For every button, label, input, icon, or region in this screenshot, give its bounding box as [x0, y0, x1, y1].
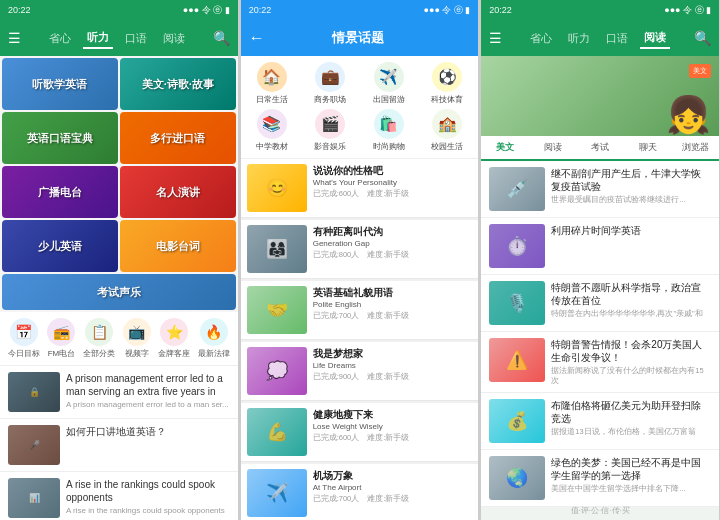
- tab3-reading[interactable]: 阅读: [640, 28, 670, 49]
- p3-news-item-5[interactable]: 🌏 绿色的美梦：美国已经不再是中国学生留学的第一选择 美国在中国学生留学选择中排…: [481, 450, 719, 507]
- topic-title-zh-3: 我是梦想家: [313, 347, 473, 361]
- topic-title-en-0: What's Your Personality: [313, 178, 473, 187]
- icon-latest[interactable]: 🔥 最新法律: [198, 318, 230, 359]
- completed-3: 已完成:900人: [313, 372, 360, 381]
- topic-title-en-2: Polite English: [313, 300, 473, 309]
- topic-tech-sports[interactable]: ⚽ 科技体育: [420, 62, 474, 105]
- topic-shopping[interactable]: 🛍️ 时尚购物: [362, 109, 416, 152]
- grid-card-prose-label: 美文·诗歌·故事: [140, 75, 216, 94]
- topic-entertainment[interactable]: 🎬 影音娱乐: [303, 109, 357, 152]
- briefcase-icon: 💼: [315, 62, 345, 92]
- p3-text-0: 继不副剖产用产生后，牛津大学恢复疫苗试验 世界最受瞩目的疫苗试验将继续进行...: [551, 167, 711, 211]
- p3-tab-exam[interactable]: 考试: [576, 136, 624, 161]
- news-text-2: A rise in the rankings could spook oppon…: [66, 478, 230, 518]
- p3-news-item-0[interactable]: 💉 继不副剖产用产生后，牛津大学恢复疫苗试验 世界最受瞩目的疫苗试验将继续进行.…: [481, 161, 719, 218]
- news-sub-0: A prison management error led to a man s…: [66, 400, 230, 409]
- topic-item-2[interactable]: 🤝 英语基础礼貌用语 Polite English 已完成:700人 难度:新手…: [241, 281, 479, 340]
- news-item-0[interactable]: 🔒 A prison management error led to a man…: [0, 366, 238, 419]
- status-bar-1: 20:22 ●●● 令 ⓔ ▮: [0, 0, 238, 20]
- p3-thumb-3: ⚠️: [489, 338, 545, 382]
- grid-card-exam[interactable]: 考试声乐: [2, 274, 236, 310]
- difficulty-1: 难度:新手级: [367, 250, 409, 259]
- panel-reading: 20:22 ●●● 令 ⓔ ▮ ☰ 省心 听力 口语 阅读 🔍 👧 美文 美文 …: [481, 0, 720, 520]
- topic-info-3: 我是梦想家 Life Dreams 已完成:900人 难度:新手级: [313, 347, 473, 395]
- topic-meta-4: 已完成:600人 难度:新手级: [313, 433, 473, 443]
- topic-title-zh-1: 有种距离叫代沟: [313, 225, 473, 239]
- news-item-1[interactable]: 🎤 如何开口讲地道英语？: [0, 419, 238, 472]
- tab-save[interactable]: 省心: [45, 29, 75, 48]
- topic-title-zh-2: 英语基础礼貌用语: [313, 286, 473, 300]
- p3-text-4: 布隆伯格将砸亿美元为助拜登扫除竞选 据报道13日说，布伦伯格，美国亿万富翁: [551, 399, 711, 443]
- p3-tab-chat[interactable]: 聊天: [624, 136, 672, 161]
- p3-sub-2: 特朗普在内出华华华华华华华,再次"亲戚"和: [551, 309, 711, 319]
- grid-card-radio[interactable]: 广播电台: [2, 166, 118, 218]
- tab3-save[interactable]: 省心: [526, 29, 556, 48]
- topic-item-0[interactable]: 😊 说说你的性格吧 What's Your Personality 已完成:60…: [241, 159, 479, 218]
- grid-card-kids[interactable]: 少儿英语: [2, 220, 118, 272]
- hero-badge: 美文: [689, 64, 711, 78]
- p3-title-1: 利用碎片时间学英语: [551, 224, 711, 237]
- topic-thumb-4: 💪: [247, 408, 307, 456]
- time-3: 20:22: [489, 5, 512, 15]
- icon-daily-goal[interactable]: 📅 今日目标: [8, 318, 40, 359]
- icon-fm-label: FM电台: [48, 348, 76, 359]
- search-icon-1[interactable]: 🔍: [213, 30, 230, 46]
- topic-info-5: 机场万象 At The Airport 已完成:700人 难度:新手级: [313, 469, 473, 517]
- p3-news-item-3[interactable]: ⚠️ 特朗普警告情报！会杀20万美国人生命引发争议！ 据法新闻称说了没有什么的时…: [481, 332, 719, 393]
- tab3-speaking[interactable]: 口语: [602, 29, 632, 48]
- topic-item-1[interactable]: 👨‍👩‍👧 有种距离叫代沟 Generation Gap 已完成:800人 难度…: [241, 220, 479, 279]
- radio-icon: 📻: [47, 318, 75, 346]
- topic-business[interactable]: 💼 商务职场: [303, 62, 357, 105]
- topic-meta-2: 已完成:700人 难度:新手级: [313, 311, 473, 321]
- hero-banner: 👧 美文: [481, 56, 719, 136]
- news-title-1: 如何开口讲地道英语？: [66, 425, 230, 438]
- home-icon: 🏠: [257, 62, 287, 92]
- tab-reading[interactable]: 阅读: [159, 29, 189, 48]
- topic-item-4[interactable]: 💪 健康地瘦下来 Lose Weight Wisely 已完成:600人 难度:…: [241, 403, 479, 462]
- hero-girl-illustration: 👧: [666, 94, 711, 136]
- news-item-2[interactable]: 📊 A rise in the rankings could spook opp…: [0, 472, 238, 520]
- p3-news-item-1[interactable]: ⏱️ 利用碎片时间学英语: [481, 218, 719, 275]
- topic-info-2: 英语基础礼貌用语 Polite English 已完成:700人 难度:新手级: [313, 286, 473, 334]
- p3-title-4: 布隆伯格将砸亿美元为助拜登扫除竞选: [551, 399, 711, 425]
- icon-categories[interactable]: 📋 全部分类: [83, 318, 115, 359]
- p3-tab-reading[interactable]: 阅读: [529, 136, 577, 161]
- difficulty-4: 难度:新手级: [367, 433, 409, 442]
- entertainment-label: 影音娱乐: [314, 141, 346, 152]
- grid-card-songs-label: 听歌学英语: [30, 75, 89, 94]
- search-icon-3[interactable]: 🔍: [694, 30, 711, 46]
- topic-campus[interactable]: 🏫 校园生活: [420, 109, 474, 152]
- p3-news-item-2[interactable]: 🎙️ 特朗普不愿听从科学指导，政治宣传放在首位 特朗普在内出华华华华华华华,再次…: [481, 275, 719, 332]
- topic-travel[interactable]: ✈️ 出国留游: [362, 62, 416, 105]
- hamburger-icon[interactable]: ☰: [8, 30, 21, 46]
- icon-video[interactable]: 📺 视频字: [123, 318, 151, 359]
- p3-news-item-4[interactable]: 💰 布隆伯格将砸亿美元为助拜登扫除竞选 据报道13日说，布伦伯格，美国亿万富翁: [481, 393, 719, 450]
- topic-item-3[interactable]: 💭 我是梦想家 Life Dreams 已完成:900人 难度:新手级: [241, 342, 479, 401]
- icon-gold[interactable]: ⭐ 金牌客座: [158, 318, 190, 359]
- topic-daily-life[interactable]: 🏠 日常生活: [245, 62, 299, 105]
- grid-card-movies[interactable]: 电影台词: [120, 220, 236, 272]
- topic-meta-0: 已完成:600人 难度:新手级: [313, 189, 473, 199]
- tab3-listening[interactable]: 听力: [564, 29, 594, 48]
- p3-title-3: 特朗普警告情报！会杀20万美国人生命引发争议！: [551, 338, 711, 364]
- hamburger-icon-3[interactable]: ☰: [489, 30, 502, 46]
- topic-item-5[interactable]: ✈️ 机场万象 At The Airport 已完成:700人 难度:新手级: [241, 464, 479, 520]
- grid-card-speech[interactable]: 名人演讲: [120, 166, 236, 218]
- icon-fm[interactable]: 📻 FM电台: [47, 318, 75, 359]
- tv-icon: 📺: [123, 318, 151, 346]
- grid-card-multilingual[interactable]: 多行进口语: [120, 112, 236, 164]
- grid-card-prose[interactable]: 美文·诗歌·故事: [120, 58, 236, 110]
- grid-card-oral[interactable]: 英语口语宝典: [2, 112, 118, 164]
- topic-meta-1: 已完成:800人 难度:新手级: [313, 250, 473, 260]
- grid-card-songs[interactable]: 听歌学英语: [2, 58, 118, 110]
- topic-textbook[interactable]: 📚 中学教材: [245, 109, 299, 152]
- tab-speaking[interactable]: 口语: [121, 29, 151, 48]
- tab-listening[interactable]: 听力: [83, 28, 113, 49]
- p3-tab-prose[interactable]: 美文: [481, 136, 529, 161]
- p3-tab-browser[interactable]: 浏览器: [671, 136, 719, 161]
- nav-bar-1: ☰ 省心 听力 口语 阅读 🔍: [0, 20, 238, 56]
- back-icon[interactable]: ←: [249, 29, 265, 47]
- panel1-content: 听歌学英语 美文·诗歌·故事 英语口语宝典 多行进口语 广播电台 名人演讲 少儿…: [0, 56, 238, 520]
- topic-meta-5: 已完成:700人 难度:新手级: [313, 494, 473, 504]
- topic-title-en-5: At The Airport: [313, 483, 473, 492]
